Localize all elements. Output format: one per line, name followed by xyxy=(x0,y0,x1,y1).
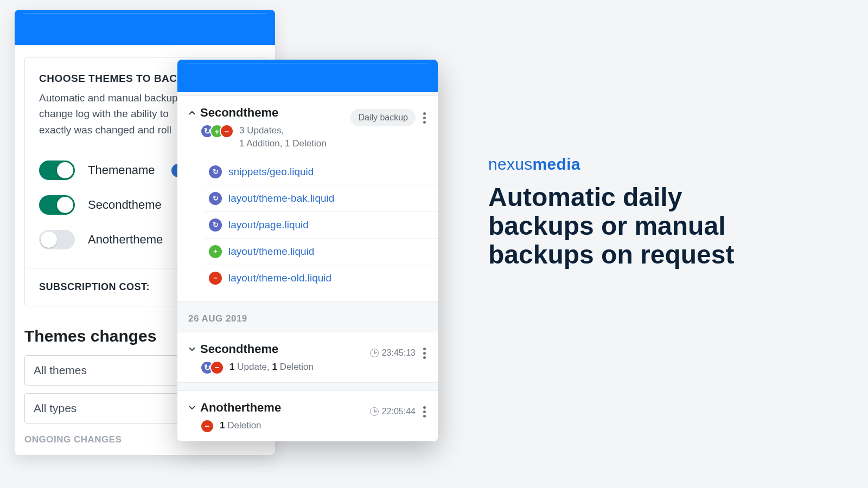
brand-logo: nexusmedia xyxy=(488,155,792,174)
addition-icon: + xyxy=(209,245,222,258)
group-title: Secondtheme xyxy=(200,342,370,356)
toggle-themename[interactable] xyxy=(39,160,75,180)
deletion-icon: − xyxy=(220,124,234,138)
group-title: Secondtheme xyxy=(200,106,350,120)
group-summary: 3 Updates, 1 Addition, 1 Deletion xyxy=(239,124,327,150)
file-path: layout/theme-bak.liquid xyxy=(228,192,334,204)
file-row[interactable]: + layout/theme.liquid xyxy=(205,238,438,265)
group-summary: 1 Update, 1 Deletion xyxy=(229,361,314,374)
file-path: layout/theme-old.liquid xyxy=(228,272,331,284)
toggle-anothertheme[interactable] xyxy=(39,230,75,249)
more-menu-button[interactable] xyxy=(421,110,428,126)
deletion-icon: − xyxy=(210,361,224,375)
toggle-secondtheme[interactable] xyxy=(39,195,75,215)
theme-name: Secondtheme xyxy=(88,198,162,212)
update-icon: ↻ xyxy=(209,192,222,205)
change-type-icons: ↻ + − xyxy=(200,124,234,138)
file-path: snippets/geo.liquid xyxy=(228,166,314,178)
file-row[interactable]: ↻ layout/page.liquid xyxy=(205,211,438,238)
marketing-text: nexusmedia Automatic daily backups or ma… xyxy=(488,155,792,269)
theme-name: Themename xyxy=(88,163,155,177)
more-menu-button[interactable] xyxy=(421,345,428,361)
file-path: layout/theme.liquid xyxy=(228,246,314,258)
clock-icon xyxy=(370,407,379,416)
file-row[interactable]: ↻ layout/theme-bak.liquid xyxy=(205,185,438,211)
deletion-icon: − xyxy=(200,419,214,433)
change-group-secondtheme-expanded: Secondtheme ↻ + − 3 Updates, 1 Addition,… xyxy=(177,95,438,301)
change-group-secondtheme-collapsed: Secondtheme ↻ − 1 Update, 1 Deletion xyxy=(177,332,438,383)
change-type-icons: ↻ − xyxy=(200,361,224,375)
file-list: ↻ snippets/geo.liquid ↻ layout/theme-bak… xyxy=(177,158,438,301)
panel-header xyxy=(177,60,438,92)
panel-changes-log: Secondtheme ↻ + − 3 Updates, 1 Addition,… xyxy=(177,60,438,441)
clock-icon xyxy=(370,349,379,357)
expand-icon[interactable] xyxy=(184,401,200,415)
daily-backup-badge: Daily backup xyxy=(350,109,416,126)
theme-name: Anothertheme xyxy=(88,233,163,247)
date-header: 26 AUG 2019 xyxy=(177,301,438,332)
marketing-tagline: Automatic daily backups or manual backup… xyxy=(488,183,792,269)
expand-icon[interactable] xyxy=(184,342,200,357)
deletion-icon: − xyxy=(209,272,222,285)
collapse-icon[interactable] xyxy=(184,106,200,120)
panel-header xyxy=(15,10,275,45)
file-row[interactable]: − layout/theme-old.liquid xyxy=(205,265,438,291)
more-menu-button[interactable] xyxy=(421,404,428,420)
update-icon: ↻ xyxy=(209,219,222,232)
group-summary: 1 Deletion xyxy=(220,419,261,432)
update-icon: ↻ xyxy=(209,165,222,178)
timestamp: 23:45:13 xyxy=(370,348,416,358)
timestamp: 22:05:44 xyxy=(370,407,416,416)
group-title: Anothertheme xyxy=(200,401,370,415)
file-path: layout/page.liquid xyxy=(228,219,309,231)
file-row[interactable]: ↻ snippets/geo.liquid xyxy=(205,159,438,185)
change-group-anothertheme-collapsed: Anothertheme − 1 Deletion 22:05:44 xyxy=(177,390,438,441)
change-type-icons: − xyxy=(200,419,214,433)
